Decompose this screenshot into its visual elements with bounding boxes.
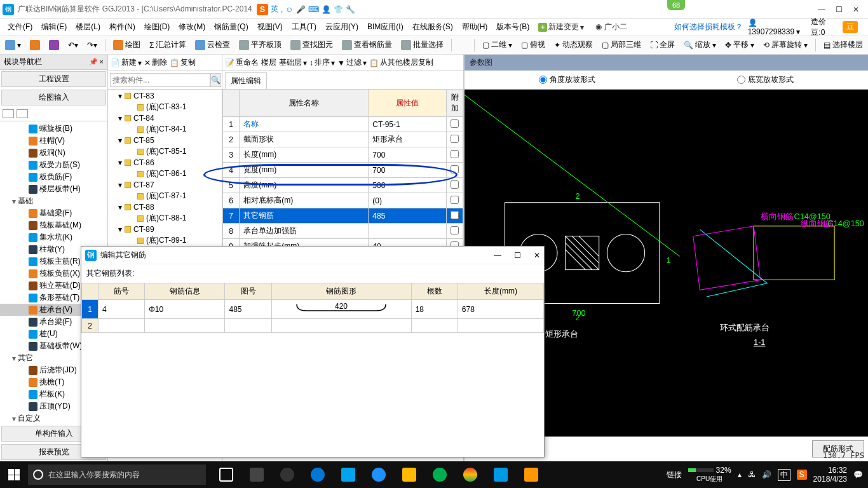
ct-node[interactable]: (底)CT-89-1 bbox=[109, 234, 220, 247]
prop-row[interactable]: 7其它钢筋485 bbox=[223, 208, 463, 224]
ct-node[interactable]: (底)CT-84-1 bbox=[109, 123, 220, 135]
ct-node[interactable]: (底)CT-87-1 bbox=[109, 190, 220, 202]
app-icon[interactable] bbox=[273, 461, 301, 488]
mt-sort[interactable]: ↕排序▾ bbox=[309, 57, 335, 68]
tb-select-floor[interactable]: ▤ 选择楼层 bbox=[821, 38, 865, 51]
menu-draw[interactable]: 绘图(D) bbox=[140, 20, 174, 34]
ie-icon[interactable] bbox=[365, 461, 393, 488]
mt-new[interactable]: 📄新建▾ bbox=[111, 57, 142, 68]
chrome-icon[interactable] bbox=[456, 461, 484, 488]
tray-vol-icon[interactable]: 🔊 bbox=[762, 470, 771, 479]
view-icon[interactable] bbox=[17, 109, 28, 118]
account-phone[interactable]: 👤 13907298339 ▾ bbox=[748, 18, 806, 36]
prop-row[interactable]: 2截面形状矩形承台 bbox=[223, 132, 463, 147]
taskbar-search[interactable]: 在这里输入你要搜索的内容 bbox=[28, 464, 206, 485]
radio-width[interactable]: 底宽放坡形式 bbox=[737, 74, 794, 85]
tree-node[interactable]: 柱帽(V) bbox=[0, 135, 107, 147]
tree-node[interactable]: 板受力筋(S) bbox=[0, 159, 107, 171]
menu-cloud[interactable]: 云应用(Y) bbox=[322, 20, 362, 34]
rebar-row[interactable]: 14Φ1048542018678 bbox=[82, 300, 544, 319]
tray-up-icon[interactable]: ▴ bbox=[738, 470, 742, 479]
tb-open[interactable] bbox=[27, 39, 43, 51]
app-icon[interactable] bbox=[243, 461, 271, 488]
tb-save[interactable] bbox=[46, 39, 62, 51]
tray-link[interactable]: 链接 bbox=[667, 470, 682, 480]
ct-node[interactable]: (底)CT-86-1 bbox=[109, 168, 220, 180]
menu-online[interactable]: 在线服务(S) bbox=[409, 20, 457, 34]
tree-node[interactable]: ▾基础 bbox=[0, 195, 107, 207]
tray-net-icon[interactable]: 🖧 bbox=[748, 470, 756, 479]
help-link[interactable]: 如何选择损耗模板？ bbox=[670, 20, 747, 34]
menu-rebar[interactable]: 钢筋量(Q) bbox=[210, 20, 252, 34]
tab-project-settings[interactable]: 工程设置 bbox=[1, 71, 106, 87]
prop-row[interactable]: 8承台单边加强筋 bbox=[223, 224, 463, 239]
explorer-icon[interactable] bbox=[395, 461, 423, 488]
mt-filter[interactable]: ▼过滤▾ bbox=[337, 57, 367, 68]
task-view-icon[interactable] bbox=[212, 461, 240, 488]
close-button[interactable]: ✕ bbox=[853, 5, 859, 14]
tb-pan[interactable]: ✥ 平移 ▾ bbox=[722, 38, 757, 51]
prop-row[interactable]: 3长度(mm)700 bbox=[223, 147, 463, 163]
ct-node[interactable]: ▾CT-84 bbox=[109, 113, 220, 123]
ime-icon[interactable]: 🔧 bbox=[346, 5, 355, 14]
ct-node[interactable]: ▾CT-83 bbox=[109, 91, 220, 101]
tb-2d[interactable]: ▢ 二维 ▾ bbox=[480, 38, 515, 51]
mt-copy-floor[interactable]: 📋从其他楼层复制 bbox=[369, 57, 433, 68]
notifications-icon[interactable]: 💬 bbox=[853, 470, 863, 479]
mt-copy[interactable]: 📋复制 bbox=[170, 57, 196, 68]
ime-mode[interactable]: 英 bbox=[271, 4, 278, 15]
mt-baselayer[interactable]: 基础层▾ bbox=[279, 57, 307, 68]
ct-node[interactable]: ▾CT-88 bbox=[109, 202, 220, 212]
ct-node[interactable]: ▾CT-86 bbox=[109, 158, 220, 168]
mt-floor[interactable]: 楼层 bbox=[261, 57, 276, 68]
cpu-meter[interactable]: 32% CPU使用 bbox=[688, 466, 731, 484]
menu-version[interactable]: 版本号(B) bbox=[492, 20, 533, 34]
tray-sogou-icon[interactable]: S bbox=[797, 470, 807, 480]
tb-undo[interactable]: ↶▾ bbox=[65, 39, 81, 51]
menu-help[interactable]: 帮助(H) bbox=[458, 20, 492, 34]
coin-icon[interactable]: 豆 bbox=[843, 21, 858, 33]
user-label[interactable]: ◉ 广小二 bbox=[592, 20, 630, 34]
ime-icon[interactable]: , bbox=[281, 5, 283, 14]
tab-draw-input[interactable]: 绘图输入 bbox=[1, 90, 106, 105]
menu-floor[interactable]: 楼层(L) bbox=[72, 20, 104, 34]
pin-icon[interactable]: 📌 × bbox=[89, 58, 104, 66]
ime-logo-icon[interactable]: S bbox=[257, 4, 268, 15]
menu-edit[interactable]: 编辑(E) bbox=[37, 20, 71, 34]
tb-view-rebar[interactable]: 查看钢筋量 bbox=[339, 38, 395, 51]
tb-rotate[interactable]: ⟲ 屏幕旋转 ▾ bbox=[761, 38, 810, 51]
tree-node[interactable]: 基础梁(F) bbox=[0, 207, 107, 219]
tb-draw[interactable]: 绘图 bbox=[111, 38, 143, 51]
menu-view[interactable]: 视图(V) bbox=[254, 20, 287, 34]
tb-find[interactable]: 查找图元 bbox=[288, 38, 336, 51]
app-icon[interactable] bbox=[517, 461, 545, 488]
tb-zoom[interactable]: 🔍 缩放 ▾ bbox=[681, 38, 719, 51]
tree-node[interactable]: 螺旋板(B) bbox=[0, 123, 107, 135]
ime-icon[interactable]: 🎤 bbox=[296, 5, 306, 14]
rebar-row[interactable]: 2 bbox=[82, 319, 544, 333]
tb-local3d[interactable]: ▢ 局部三维 bbox=[599, 38, 644, 51]
start-button[interactable] bbox=[0, 469, 28, 480]
tb-new[interactable]: ▾ bbox=[3, 39, 24, 51]
minimize-button[interactable]: — bbox=[818, 5, 825, 14]
menu-component[interactable]: 构件(N) bbox=[105, 20, 139, 34]
ct-node[interactable]: (底)CT-85-1 bbox=[109, 146, 220, 158]
menu-file[interactable]: 文件(F) bbox=[4, 20, 36, 34]
prop-row[interactable]: 5高度(mm)500 bbox=[223, 178, 463, 193]
menu-modify[interactable]: 修改(M) bbox=[175, 20, 209, 34]
tb-orbit[interactable]: ✦ 动态观察 bbox=[552, 38, 595, 51]
app-icon[interactable] bbox=[334, 461, 362, 488]
app-icon[interactable] bbox=[487, 461, 515, 488]
view-icon[interactable] bbox=[3, 109, 14, 118]
ime-icon[interactable]: ⌨ bbox=[308, 5, 319, 14]
ime-icon[interactable]: ☺ bbox=[285, 5, 293, 14]
new-change-button[interactable]: +新建变更 ▾ bbox=[534, 20, 588, 34]
ct-node[interactable]: ▾CT-87 bbox=[109, 180, 220, 190]
ct-node[interactable]: ▾CT-89 bbox=[109, 224, 220, 234]
tb-batch[interactable]: 批量选择 bbox=[398, 38, 446, 51]
prop-row[interactable]: 6相对底标高(m)(0) bbox=[223, 193, 463, 208]
ct-node[interactable]: (底)CT-83-1 bbox=[109, 101, 220, 113]
mt-rename[interactable]: 📝重命名 bbox=[225, 57, 259, 68]
menu-tools[interactable]: 工具(T) bbox=[288, 20, 320, 34]
tree-node[interactable]: 筏板基础(M) bbox=[0, 219, 107, 231]
